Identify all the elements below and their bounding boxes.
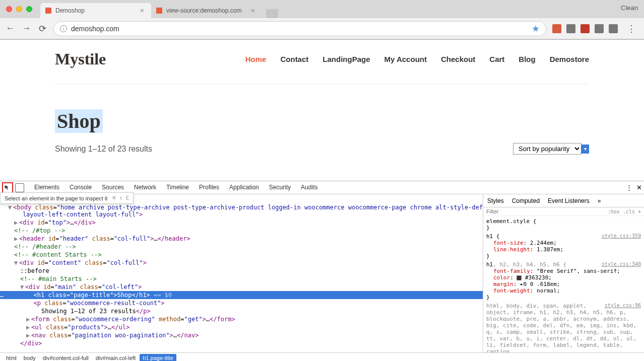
inspect-tooltip: Select an element in the page to inspect… [0, 192, 134, 204]
page-title: Shop [55, 109, 103, 133]
extension-icon[interactable] [552, 24, 561, 33]
devtools: Elements Console Sources Network Timelin… [0, 181, 644, 361]
nav-checkout[interactable]: Checkout [441, 55, 475, 63]
bookmark-star-icon[interactable]: ★ [532, 23, 540, 34]
inspect-element-button[interactable] [2, 182, 13, 193]
window-close[interactable] [6, 6, 12, 12]
extension-icon[interactable] [581, 24, 590, 33]
browser-tab-0[interactable]: Demoshop × [40, 3, 151, 18]
window-maximize[interactable] [26, 6, 32, 12]
url-text: demoshop.com [71, 25, 119, 33]
rule-selector: html, body, div, span, applet, object, i… [486, 303, 641, 352]
sort-select[interactable]: Sort by popularity [513, 143, 582, 155]
devtools-menu-icon[interactable]: ⋮ [626, 184, 632, 191]
new-tab-button[interactable] [266, 9, 278, 18]
breadcrumb-item[interactable]: body [21, 354, 39, 362]
result-count: Showing 1–12 of 23 results [55, 145, 152, 154]
nav-cart[interactable]: Cart [489, 55, 504, 63]
window-minimize[interactable] [16, 6, 22, 12]
styles-tab-listeners[interactable]: Event Listeners [544, 195, 594, 206]
add-rule-button[interactable]: + [638, 209, 641, 214]
styles-tab-computed[interactable]: Computed [508, 195, 544, 206]
dom-breadcrumb: html body div#content.col-full div#main.… [0, 352, 644, 361]
back-button[interactable]: ← [5, 24, 15, 34]
elements-tree[interactable]: ▶<head>…</head> ▼<body class="home archi… [0, 194, 483, 352]
nav-landing[interactable]: LandingPage [323, 55, 370, 63]
forward-button[interactable]: → [21, 24, 31, 34]
page-viewport: Mystile Home Contact LandingPage My Acco… [0, 40, 644, 181]
breadcrumb-item[interactable]: html [3, 354, 20, 362]
extension-icon[interactable] [566, 24, 575, 33]
profile-label[interactable]: Clean [621, 4, 638, 12]
browser-tab-1[interactable]: view-source:demoshop.com × [151, 3, 262, 18]
breadcrumb-item[interactable]: div#content.col-full [40, 354, 92, 362]
nav-contact[interactable]: Contact [280, 55, 308, 63]
tab-title: view-source:demoshop.com [166, 7, 249, 14]
extension-icon[interactable] [595, 24, 604, 33]
tab-audits[interactable]: Audits [296, 181, 323, 194]
extension-icon[interactable] [609, 24, 618, 33]
browser-toolbar: ← → ⟳ i demoshop.com ★ ⋮ [0, 18, 644, 39]
source-link[interactable]: style.css:96 [605, 303, 641, 308]
source-link[interactable]: style.css:359 [602, 233, 641, 239]
nav-account[interactable]: My Account [384, 55, 427, 63]
site-info-icon[interactable]: i [60, 25, 67, 32]
tab-timeline[interactable]: Timeline [161, 181, 194, 194]
site-logo[interactable]: Mystile [55, 50, 106, 68]
tab-application[interactable]: Application [224, 181, 264, 194]
tab-network[interactable]: Network [129, 181, 161, 194]
styles-filter-input[interactable] [486, 208, 608, 214]
devtools-close-icon[interactable]: ✕ [636, 184, 642, 191]
close-tab-icon[interactable]: × [249, 7, 257, 15]
favicon-icon [45, 8, 51, 14]
reload-button[interactable]: ⟳ [37, 24, 47, 34]
select-arrow-icon[interactable]: ▾ [581, 145, 589, 154]
styles-tab-more-icon[interactable]: » [594, 195, 605, 206]
breadcrumb-item[interactable]: div#main.col-left [93, 354, 139, 362]
hov-toggle[interactable]: :hov [608, 209, 620, 214]
browser-menu-icon[interactable]: ⋮ [624, 23, 639, 34]
selected-dom-node: … <h1 class="page-title">Shop</h1> == $0 [0, 291, 483, 299]
close-tab-icon[interactable]: × [138, 7, 146, 15]
rule-selector: element.style { [486, 218, 641, 225]
source-link[interactable]: style.css:340 [602, 261, 641, 267]
styles-tab-styles[interactable]: Styles [483, 195, 508, 206]
cls-toggle[interactable]: .cls [623, 209, 635, 214]
tab-title: Demoshop [55, 7, 138, 14]
nav-home[interactable]: Home [245, 55, 267, 63]
device-toolbar-button[interactable] [15, 183, 24, 192]
tab-security[interactable]: Security [264, 181, 296, 194]
address-bar[interactable]: i demoshop.com ★ [53, 21, 546, 36]
styles-panel: Styles Computed Event Listeners » :hov .… [483, 194, 644, 352]
breadcrumb-item[interactable]: h1.page-title [140, 354, 176, 362]
favicon-icon [156, 8, 162, 14]
tab-profiles[interactable]: Profiles [194, 181, 224, 194]
styles-rules[interactable]: element.style { } style.css:359 h1 { fon… [483, 216, 644, 352]
tab-strip: Demoshop × view-source:demoshop.com × Cl… [0, 0, 644, 18]
nav-blog[interactable]: Blog [519, 55, 535, 63]
primary-nav: Home Contact LandingPage My Account Chec… [245, 55, 589, 63]
nav-demostore[interactable]: Demostore [550, 55, 589, 63]
